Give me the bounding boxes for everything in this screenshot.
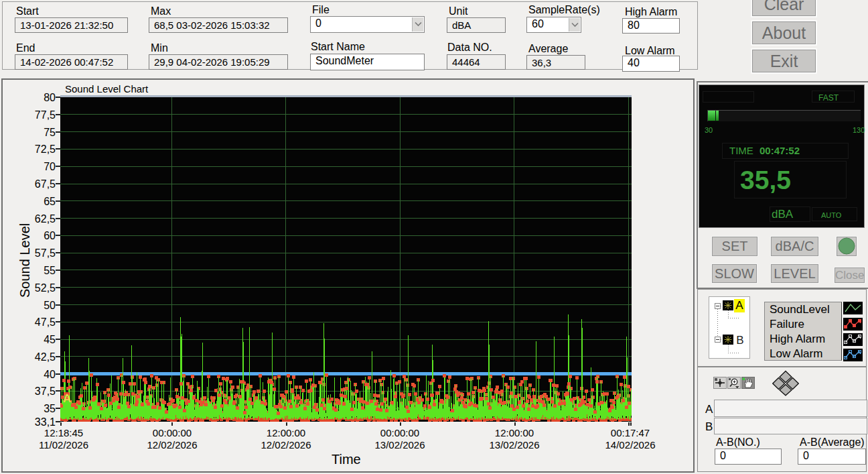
svg-text:A: A [63,392,71,405]
